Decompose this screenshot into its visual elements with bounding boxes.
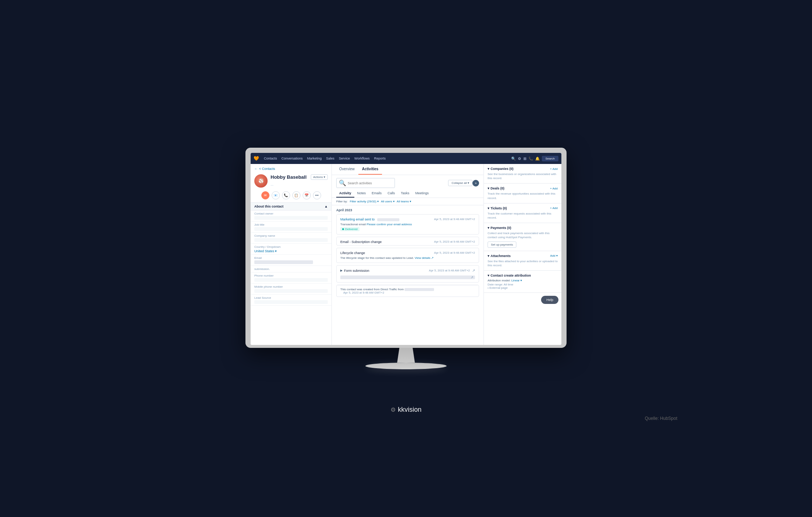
filter-by-label: Filter by: bbox=[336, 200, 348, 203]
sidebar-section-companies: ▾ Companies (0) + Add See the businesses… bbox=[484, 164, 561, 184]
deals-header: ▾ Deals (0) + Add bbox=[488, 186, 558, 190]
nav-conversations[interactable]: Conversations bbox=[280, 156, 305, 161]
source-date: Apr 5, 2023 at 9:48 AM GMT+2 bbox=[343, 291, 384, 294]
activity-card-email-header: Marketing email sent to Apr 5, 2023 at 9… bbox=[337, 215, 479, 223]
contacts-back-link[interactable]: ← < Contacts bbox=[251, 164, 331, 172]
email-title-prefix: Marketing email bbox=[340, 218, 364, 221]
help-button[interactable]: Help bbox=[541, 296, 558, 304]
setup-payments-button[interactable]: Set up payments bbox=[488, 242, 516, 248]
contact-owner-field: Contact owner bbox=[251, 210, 331, 222]
submission-field: submission. bbox=[251, 266, 331, 273]
call-action-icon[interactable]: 📞 bbox=[282, 191, 290, 199]
watermark-logo: ⚙ kkvision bbox=[390, 406, 422, 414]
activity-card-source: This contact was created from Direct Tra… bbox=[336, 285, 479, 297]
companies-add-button[interactable]: + Add bbox=[550, 167, 558, 171]
activity-email-title: Marketing email sent to bbox=[340, 218, 431, 221]
collapse-all-button[interactable]: Collapse all ▾ bbox=[448, 180, 472, 186]
task-action-icon[interactable]: 📋 bbox=[292, 191, 300, 199]
nav-contacts[interactable]: Contacts bbox=[262, 156, 279, 161]
country-value: United States bbox=[254, 249, 274, 253]
subtab-emails[interactable]: Emails bbox=[369, 189, 385, 198]
nav-service[interactable]: Service bbox=[337, 156, 352, 161]
email-subtitle: Transactional email bbox=[340, 223, 366, 226]
lifecycle-body-text: The lifecycle stage for this contact was… bbox=[340, 256, 414, 260]
contact-owner-value bbox=[254, 216, 328, 220]
apps-icon[interactable]: ⊞ bbox=[523, 157, 526, 161]
search-input[interactable] bbox=[348, 181, 392, 185]
job-title-label: Job title bbox=[254, 223, 328, 226]
about-section-header[interactable]: About this contact ▲ bbox=[251, 202, 331, 210]
email-confirm-link[interactable]: Please confirm your email address bbox=[367, 223, 412, 226]
deals-title-text: Deals (0) bbox=[491, 186, 505, 190]
subtab-calls[interactable]: Calls bbox=[385, 189, 398, 198]
attribution-title-text: Contact create attribution bbox=[491, 274, 531, 277]
form-external-link-icon[interactable]: ↗ bbox=[472, 268, 475, 273]
filter-activity-link[interactable]: Filter activity (29/32) ▾ bbox=[350, 200, 379, 203]
email-action-icon[interactable]: ✉ bbox=[261, 191, 269, 199]
all-users-link[interactable]: All users ▾ bbox=[381, 200, 395, 203]
deals-chevron-icon: ▾ bbox=[488, 186, 489, 190]
email-label: Email bbox=[254, 256, 328, 260]
form-submission-header[interactable]: ▶ Form submission Apr 5, 2023 at 9:48 AM… bbox=[337, 266, 479, 275]
settings-icon[interactable]: ⚙ bbox=[518, 157, 521, 161]
submission-text: submission. bbox=[254, 267, 328, 271]
deals-title: ▾ Deals (0) bbox=[488, 186, 505, 190]
country-select[interactable]: United States ▾ bbox=[254, 249, 328, 253]
contact-name-area: Hobby Baseball bbox=[271, 174, 308, 187]
filter-bar: Filter by: Filter activity (29/32) ▾ All… bbox=[332, 198, 484, 205]
bell-icon[interactable]: 🔔 bbox=[535, 157, 540, 161]
view-details-link[interactable]: View details ↗ bbox=[414, 256, 434, 260]
tickets-chevron-icon: ▾ bbox=[488, 206, 489, 210]
timeline: April 2023 Marketing email sent to bbox=[332, 205, 484, 345]
nav-search-button[interactable]: Search bbox=[542, 156, 558, 161]
email-value bbox=[254, 260, 313, 264]
meeting-action-icon[interactable]: 📅 bbox=[303, 191, 311, 199]
about-section-chevron: ▲ bbox=[324, 205, 328, 208]
form-bar-link-icon[interactable]: ↗ bbox=[471, 275, 474, 279]
attribution-model-label: Attribution model: bbox=[488, 279, 510, 282]
sidebar-section-deals: ▾ Deals (0) + Add Track the revenue oppo… bbox=[484, 184, 561, 203]
phone-icon[interactable]: 📞 bbox=[529, 157, 533, 161]
nav-workflows[interactable]: Workflows bbox=[352, 156, 371, 161]
tickets-add-button[interactable]: + Add bbox=[550, 206, 558, 210]
tickets-title-text: Tickets (0) bbox=[491, 206, 507, 210]
phone-action-icon[interactable]: 📧 bbox=[272, 191, 280, 199]
companies-title-text: Companies (0) bbox=[491, 167, 513, 171]
country-field: Country / Dropdown United States ▾ bbox=[251, 244, 331, 255]
subtab-meetings[interactable]: Meetings bbox=[412, 189, 432, 198]
tab-activities[interactable]: Activities bbox=[358, 164, 382, 175]
form-title-text: Form submission bbox=[344, 269, 369, 273]
attribution-model: Attribution model: Linear ▾ bbox=[488, 279, 558, 282]
deals-add-button[interactable]: + Add bbox=[550, 187, 558, 190]
activity-subtabs: Activity Notes Emails Calls Tasks Meetin… bbox=[332, 189, 484, 198]
contact-action-icons: ✉ 📧 📞 📋 📅 ••• bbox=[251, 190, 331, 202]
nav-reports[interactable]: Reports bbox=[372, 156, 388, 161]
subtab-notes[interactable]: Notes bbox=[354, 189, 369, 198]
nav-marketing[interactable]: Marketing bbox=[305, 156, 324, 161]
monitor-wrapper: 🧡 Contacts Conversations Marketing Sales… bbox=[245, 148, 567, 369]
contact-subtitle bbox=[271, 185, 273, 186]
expand-circle-button[interactable]: » bbox=[472, 180, 479, 186]
more-action-icon[interactable]: ••• bbox=[313, 191, 321, 199]
hubspot-logo: 🧡 bbox=[254, 156, 259, 161]
activity-card-lifecycle: Lifecycle change Apr 5, 2023 at 9:48 AM … bbox=[336, 248, 479, 263]
avatar-inner: ⚾ bbox=[254, 174, 268, 188]
tickets-header: ▾ Tickets (0) + Add bbox=[488, 206, 558, 210]
attribution-model-link[interactable]: Linear ▾ bbox=[512, 279, 522, 282]
payments-chevron-icon: ▾ bbox=[488, 226, 489, 230]
lead-source-label: Lead Source bbox=[254, 296, 328, 299]
actions-button[interactable]: Actions ▾ bbox=[311, 174, 328, 180]
all-teams-link[interactable]: All teams ▾ bbox=[397, 200, 411, 203]
search-box: 🔍 bbox=[336, 178, 395, 188]
nav-sales[interactable]: Sales bbox=[324, 156, 337, 161]
tab-overview[interactable]: Overview bbox=[336, 164, 358, 175]
watermark-gear-icon: ⚙ bbox=[390, 406, 396, 413]
companies-title: ▾ Companies (0) bbox=[488, 167, 513, 171]
payments-title-text: Payments (0) bbox=[491, 226, 511, 230]
center-panel: Overview Activities 🔍 Collapse all ▾ » bbox=[332, 164, 484, 345]
lifecycle-body: The lifecycle stage for this contact was… bbox=[337, 256, 479, 263]
attachments-add-button[interactable]: Add ▾ bbox=[550, 254, 558, 257]
search-icon[interactable]: 🔍 bbox=[511, 157, 516, 161]
subtab-activity[interactable]: Activity bbox=[336, 189, 354, 198]
subtab-tasks[interactable]: Tasks bbox=[398, 189, 412, 198]
